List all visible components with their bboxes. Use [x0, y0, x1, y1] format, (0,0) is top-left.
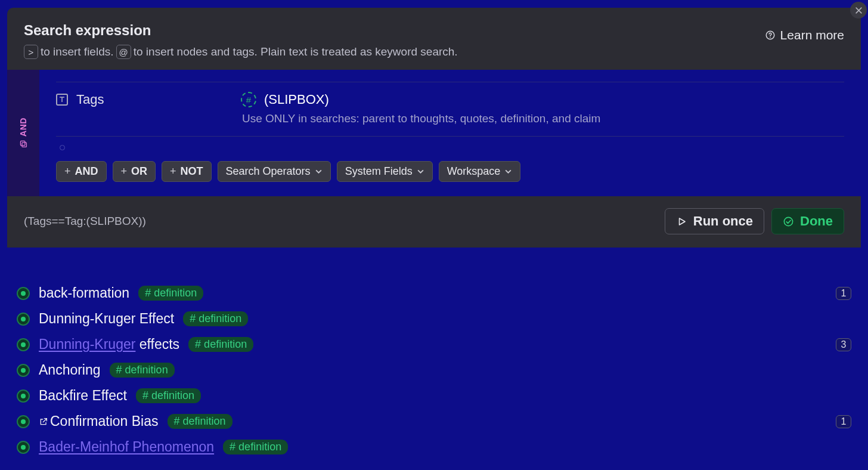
key-gt: >: [24, 45, 38, 59]
done-button[interactable]: Done: [771, 208, 844, 234]
result-title: Bader-Meinhof Phenomenon: [39, 439, 214, 455]
search-expression-modal: Search expression > to insert fields. @ …: [7, 8, 861, 248]
svg-point-4: [784, 217, 792, 225]
key-at: @: [116, 45, 131, 59]
modal-footer: (Tags==Tag:(SLIPBOX)) Run once Done: [7, 196, 861, 248]
search-operators-dropdown[interactable]: Search Operators: [218, 161, 331, 182]
list-item[interactable]: Confirmation Bias # definition 1: [17, 413, 851, 429]
plus-icon: +: [121, 165, 128, 178]
field-label-text: Tags: [76, 92, 104, 107]
modal-header: Search expression > to insert fields. @ …: [7, 8, 861, 70]
tag-pill[interactable]: # definition: [136, 388, 201, 403]
workspace-dropdown[interactable]: Workspace: [439, 161, 521, 182]
chevron-down-icon: [315, 168, 323, 175]
node-bullet-icon: [17, 441, 30, 454]
operator-row: +AND +OR +NOT Search Operators System Fi…: [56, 161, 844, 182]
hint-part-fields: to insert fields.: [41, 45, 114, 58]
chevron-down-icon: [504, 168, 512, 175]
result-title-link[interactable]: Dunning-Kruger: [39, 336, 135, 352]
hint-text: > to insert fields. @ to insert nodes an…: [24, 45, 765, 59]
count-badge: 1: [836, 287, 851, 300]
hash-icon: #: [241, 92, 256, 107]
result-title-link[interactable]: Bader-Meinhof Phenomenon: [39, 439, 214, 454]
expression-text: (Tags==Tag:(SLIPBOX)): [24, 215, 146, 228]
help-icon: [765, 30, 776, 41]
criteria-row-tags[interactable]: Tags # (SLIPBOX) Use ONLY in searches: p…: [56, 82, 844, 137]
gutter-label: AND: [18, 117, 28, 137]
add-and-button[interactable]: +AND: [56, 161, 107, 182]
check-circle-icon: [783, 216, 794, 227]
list-item[interactable]: Anchoring # definition: [17, 362, 851, 378]
close-icon: [854, 6, 863, 15]
svg-rect-2: [20, 141, 25, 146]
plus-icon: +: [170, 165, 176, 178]
text-field-icon: [56, 94, 68, 106]
add-or-button[interactable]: +OR: [113, 161, 156, 182]
result-title: Backfire Effect: [39, 388, 127, 404]
list-item[interactable]: Dunning-Kruger effects # definition 3: [17, 336, 851, 352]
tag-pill[interactable]: # definition: [110, 363, 175, 378]
empty-criteria-row[interactable]: [56, 137, 844, 161]
result-title: Dunning-Kruger Effect: [39, 311, 174, 327]
play-icon: [676, 216, 687, 227]
result-title: Dunning-Kruger effects: [39, 336, 179, 352]
hint-part-nodes: to insert nodes and tags. Plain text is …: [134, 45, 458, 58]
result-title: Confirmation Bias: [39, 413, 159, 429]
node-bullet-icon: [17, 415, 30, 428]
svg-point-1: [770, 37, 771, 38]
svg-rect-3: [22, 143, 27, 147]
tag-pill[interactable]: # definition: [138, 286, 203, 301]
modal-body: AND Tags # (SLIPBOX) Use ONLY in searche…: [7, 70, 861, 196]
criteria-area: Tags # (SLIPBOX) Use ONLY in searches: p…: [39, 70, 861, 196]
stack-icon: [19, 140, 28, 149]
node-bullet-icon: [17, 389, 30, 403]
tag-description: Use ONLY in searches: parent to thoughts…: [242, 112, 600, 125]
node-bullet-icon: [17, 364, 30, 377]
node-bullet-icon: [17, 287, 30, 300]
close-button[interactable]: [850, 2, 867, 18]
list-item[interactable]: Backfire Effect # definition: [17, 388, 851, 404]
field-label: Tags: [56, 92, 241, 107]
plus-icon: +: [64, 165, 71, 178]
learn-more-link[interactable]: Learn more: [765, 28, 844, 42]
node-bullet-icon: [17, 338, 30, 351]
learn-more-label: Learn more: [780, 28, 844, 42]
list-item[interactable]: Dunning-Kruger Effect # definition: [17, 311, 851, 327]
chevron-down-icon: [417, 168, 424, 175]
tag-pill[interactable]: # definition: [188, 337, 253, 352]
list-item[interactable]: back-formation # definition 1: [17, 285, 851, 301]
system-fields-dropdown[interactable]: System Fields: [337, 161, 433, 182]
node-bullet-icon: [17, 313, 30, 326]
result-title: back-formation: [39, 285, 129, 301]
tag-pill[interactable]: # definition: [223, 440, 288, 454]
count-badge: 3: [836, 338, 851, 351]
tag-pill[interactable]: # definition: [183, 311, 248, 326]
tag-name: (SLIPBOX): [264, 92, 329, 107]
count-badge: 1: [836, 415, 851, 428]
result-title: Anchoring: [39, 362, 101, 378]
list-item[interactable]: Bader-Meinhof Phenomenon # definition: [17, 439, 851, 455]
and-gutter[interactable]: AND: [7, 70, 39, 196]
external-link-icon: [39, 417, 48, 426]
add-not-button[interactable]: +NOT: [162, 161, 212, 182]
empty-bullet-icon: [60, 145, 65, 150]
results-list: back-formation # definition 1 Dunning-Kr…: [17, 285, 851, 455]
modal-title: Search expression: [24, 22, 765, 39]
run-once-button[interactable]: Run once: [665, 208, 764, 234]
tag-pill[interactable]: # definition: [168, 414, 232, 429]
